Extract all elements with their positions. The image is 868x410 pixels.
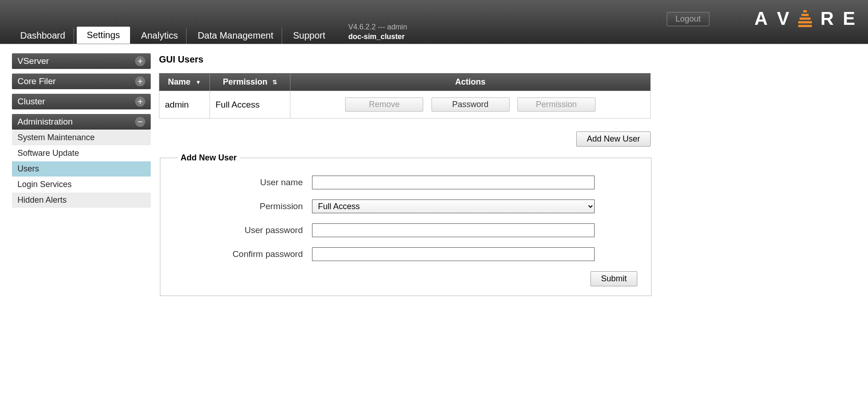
tab-analytics[interactable]: Analytics	[133, 28, 187, 44]
add-user-legend: Add New User	[178, 153, 239, 163]
sort-desc-icon: ▼	[196, 79, 201, 85]
logo-letter-e2: E	[843, 8, 856, 29]
permission-label: Permission	[174, 201, 312, 211]
remove-button[interactable]: Remove	[345, 97, 423, 112]
tab-settings[interactable]: Settings	[77, 27, 130, 44]
users-table: Name ▼ Permission ⇅ Actions admin Full A…	[159, 73, 651, 119]
expand-icon: +	[135, 56, 145, 66]
logo-letter-r: R	[820, 8, 834, 29]
page-title: GUI Users	[159, 54, 856, 65]
logo-letter-a: A	[755, 8, 769, 29]
expand-icon: +	[135, 76, 145, 86]
form-row-confirm-password: Confirm password	[174, 247, 637, 261]
confirm-password-input[interactable]	[312, 247, 595, 261]
col-header-actions: Actions	[290, 74, 651, 91]
logo-letter-v: V	[777, 8, 790, 29]
logout-button[interactable]: Logout	[667, 12, 709, 26]
expand-icon: +	[135, 97, 145, 107]
permission-select[interactable]: Full Access	[312, 199, 595, 213]
sidebar-item-software-update[interactable]: Software Update	[12, 145, 151, 161]
add-new-user-button[interactable]: Add New User	[576, 131, 651, 147]
content: GUI Users Name ▼ Permission ⇅ Actions	[159, 53, 856, 296]
sidebar-section-vserver[interactable]: VServer +	[12, 53, 151, 69]
sidebar-section-label: Cluster	[17, 97, 45, 107]
sidebar-section-corefiler[interactable]: Core Filer +	[12, 74, 151, 89]
col-header-name[interactable]: Name ▼	[159, 74, 210, 91]
cell-actions: Remove Password Permission	[290, 91, 651, 119]
password-label: User password	[174, 225, 312, 235]
header-status: V4.6.2.2 --- admin doc-sim_cluster	[348, 22, 407, 42]
submit-button[interactable]: Submit	[590, 271, 637, 286]
sidebar-section-administration[interactable]: Administration −	[12, 114, 151, 130]
sidebar-item-users[interactable]: Users	[12, 161, 151, 177]
tab-dashboard[interactable]: Dashboard	[12, 28, 74, 44]
main-layout: VServer + Core Filer + Cluster + Adminis…	[0, 44, 868, 305]
top-header: Dashboard Settings Analytics Data Manage…	[0, 0, 868, 44]
username-input[interactable]	[312, 176, 595, 189]
sidebar-section-label: VServer	[17, 56, 49, 66]
col-header-permission-label: Permission	[223, 77, 267, 86]
tab-support[interactable]: Support	[285, 28, 334, 44]
sidebar-items-administration: System Maintenance Software Update Users…	[12, 130, 151, 208]
cell-name: admin	[159, 91, 210, 119]
version-line: V4.6.2.2 --- admin	[348, 22, 407, 32]
sidebar-item-system-maintenance[interactable]: System Maintenance	[12, 130, 151, 145]
form-row-permission: Permission Full Access	[174, 199, 637, 213]
add-user-fieldset: Add New User User name Permission Full A…	[160, 153, 652, 296]
add-user-button-row: Add New User	[159, 131, 651, 147]
submit-row: Submit	[174, 271, 637, 286]
cell-permission: Full Access	[210, 91, 290, 119]
sort-both-icon: ⇅	[272, 79, 277, 85]
logo-letter-e-icon	[798, 10, 812, 27]
username-label: User name	[174, 177, 312, 188]
sidebar-section-cluster[interactable]: Cluster +	[12, 94, 151, 109]
table-row: admin Full Access Remove Password Permis…	[159, 91, 651, 119]
sidebar-item-hidden-alerts[interactable]: Hidden Alerts	[12, 192, 151, 208]
collapse-icon: −	[135, 117, 145, 127]
logo: A V R E	[755, 8, 856, 29]
tab-data-management[interactable]: Data Management	[189, 28, 282, 44]
form-row-username: User name	[174, 176, 637, 189]
col-header-permission[interactable]: Permission ⇅	[210, 74, 290, 91]
sidebar-section-label: Core Filer	[17, 76, 56, 86]
sidebar: VServer + Core Filer + Cluster + Adminis…	[12, 53, 151, 208]
confirm-password-label: Confirm password	[174, 249, 312, 259]
form-row-password: User password	[174, 223, 637, 237]
password-button[interactable]: Password	[431, 97, 510, 112]
sidebar-item-login-services[interactable]: Login Services	[12, 177, 151, 192]
top-tabs: Dashboard Settings Analytics Data Manage…	[0, 26, 334, 44]
col-header-name-label: Name	[168, 77, 191, 86]
permission-button[interactable]: Permission	[517, 97, 596, 112]
password-input[interactable]	[312, 223, 595, 237]
cluster-name: doc-sim_cluster	[348, 32, 407, 42]
sidebar-section-label: Administration	[17, 117, 73, 127]
